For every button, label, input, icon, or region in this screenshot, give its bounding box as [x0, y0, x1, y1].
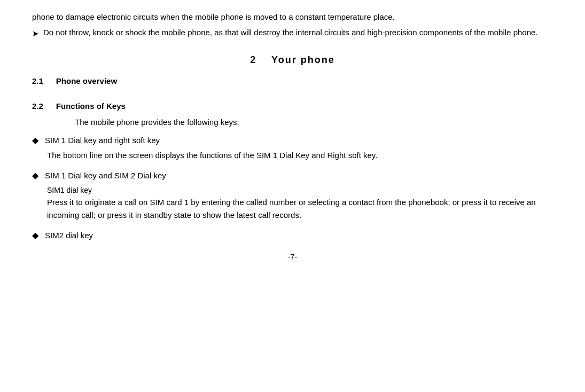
bullet-2-subtitle: SIM1 dial key [47, 184, 553, 196]
chapter-title: 2 Your phone [250, 54, 334, 65]
section-22-intro: The mobile phone provides the following … [75, 116, 553, 129]
top-paragraph: phone to damage electronic circuits when… [32, 11, 553, 38]
bullet-1-row: ◆ SIM 1 Dial key and right soft key [32, 134, 553, 147]
top-bullet1-text: Do not throw, knock or shock the mobile … [43, 28, 538, 37]
diamond-icon-1: ◆ [32, 135, 38, 145]
bullet-1-title: SIM 1 Dial key and right soft key [45, 134, 160, 147]
section-21-title: Phone overview [56, 76, 117, 85]
page-number: -7- [32, 253, 553, 261]
arrow-bullet-icon: ➤ [32, 29, 39, 38]
bullet-3-row: ◆ SIM2 dial key [32, 229, 553, 242]
chapter-text: Your phone [271, 54, 335, 65]
bullet-1-section: ◆ SIM 1 Dial key and right soft key The … [32, 134, 553, 162]
chapter-heading: 2 Your phone [32, 54, 553, 66]
chapter-number: 2 [250, 54, 256, 65]
bullet-1-body: The bottom line on the screen displays t… [47, 149, 553, 162]
section-22-title: Functions of Keys [56, 101, 126, 111]
diamond-icon-3: ◆ [32, 230, 38, 240]
section-22-number: 2.2 [32, 101, 43, 111]
top-line1: phone to damage electronic circuits when… [32, 11, 553, 23]
bullet-2-section: ◆ SIM 1 Dial key and SIM 2 Dial key SIM1… [32, 169, 553, 222]
top-bullet-item: ➤ Do not throw, knock or shock the mobil… [32, 28, 553, 38]
section-22-heading: 2.2 Functions of Keys [32, 101, 553, 111]
bullet-2-row: ◆ SIM 1 Dial key and SIM 2 Dial key [32, 169, 553, 182]
bullet-3-section: ◆ SIM2 dial key [32, 229, 553, 242]
bullet-2-body: Press it to originate a call on SIM card… [47, 196, 553, 222]
diamond-icon-2: ◆ [32, 170, 38, 181]
section-21-heading: 2.1 Phone overview [32, 76, 553, 85]
bullet-2-title: SIM 1 Dial key and SIM 2 Dial key [45, 169, 166, 182]
section-21-number: 2.1 [32, 76, 43, 85]
bullet-3-title: SIM2 dial key [45, 229, 93, 242]
